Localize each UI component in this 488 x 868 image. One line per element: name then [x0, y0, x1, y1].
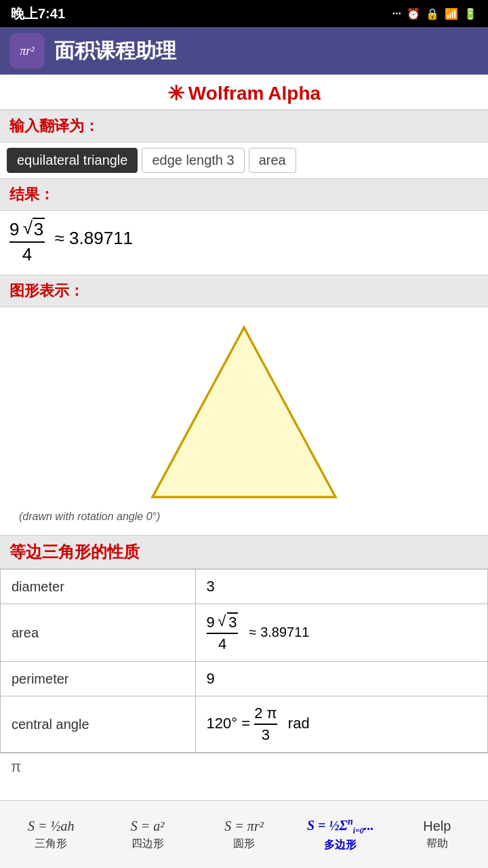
nav-formula-quad: S = a²: [99, 818, 195, 834]
ca-numerator: 2 π: [254, 705, 277, 725]
alpha-text: Alpha: [268, 83, 321, 104]
nav-triangle[interactable]: S = ½ah 三角形: [3, 818, 99, 851]
nav-polygon[interactable]: S = ½Σni=0... 多边形: [292, 816, 388, 853]
status-time: 晚上7:41: [11, 5, 65, 23]
app-header: πr² 面积课程助理: [0, 27, 488, 75]
result-area: 9 3 4 ≈ 3.89711: [0, 211, 488, 275]
wolfram-star-icon: ✳: [167, 81, 184, 105]
table-row: perimeter 9: [1, 662, 488, 696]
ca-rad: rad: [288, 715, 310, 732]
bottom-nav: S = ½ah 三角形 S = a² 四边形 S = πr² 圆形 S = ½Σ…: [0, 800, 488, 868]
nav-help[interactable]: Help 帮助: [389, 818, 485, 851]
sqrt-symbol: 3: [23, 218, 45, 240]
nav-label-triangle: 三角形: [3, 837, 99, 851]
prop-name-perimeter: perimeter: [1, 662, 196, 696]
app-icon: πr²: [9, 33, 45, 68]
result-fraction: 9 3 4: [9, 218, 45, 265]
nav-label-polygon: 多边形: [292, 838, 388, 852]
table-row: diameter 3: [1, 570, 488, 604]
tag-equilateral: equilateral triangle: [7, 148, 138, 173]
nav-formula-circle: S = πr²: [196, 818, 292, 834]
notification-icon: ···: [392, 7, 401, 20]
triangle-polygon: [152, 328, 336, 497]
result-numerator: 9 3: [9, 218, 45, 243]
result-approx: ≈ 3.89711: [55, 228, 133, 248]
prop-val-central-angle: 120° = 2 π 3 rad: [195, 696, 487, 753]
area-denominator: 4: [207, 634, 239, 653]
prop-name-central-angle: central angle: [1, 696, 196, 753]
input-translate-area: equilateral triangle edge length 3 area: [0, 142, 488, 178]
tag-area: area: [249, 148, 296, 173]
result-label: 结果：: [0, 178, 488, 211]
figure-label: 图形表示：: [0, 275, 488, 307]
pi-symbol: π: [11, 758, 21, 776]
translate-tags: equilateral triangle edge length 3 area: [7, 148, 481, 173]
nav-formula-polygon: S = ½Σni=0...: [292, 816, 388, 836]
signal-icon: 📶: [445, 7, 458, 20]
status-bar: 晚上7:41 ··· ⏰ 🔒 📶 🔋: [0, 0, 488, 27]
table-row: central angle 120° = 2 π 3 rad: [1, 696, 488, 753]
more-row-hint: π: [0, 753, 488, 780]
status-icons: ··· ⏰ 🔒 📶 🔋: [392, 7, 477, 20]
area-numerator: 9 3: [207, 612, 239, 634]
nav-help-text: Help: [389, 818, 485, 834]
battery-icon: 🔋: [464, 7, 477, 20]
nav-quadrilateral[interactable]: S = a² 四边形: [99, 818, 195, 851]
wolfram-text: Wolfram: [188, 83, 264, 104]
properties-table: diameter 3 area 9 3 4 ≈ 3.89711 perimete…: [0, 569, 488, 753]
triangle-svg: [139, 321, 349, 504]
ca-denominator: 3: [254, 725, 277, 744]
nav-formula-triangle: S = ½ah: [3, 818, 99, 834]
triangle-container: [9, 314, 479, 511]
prop-val-area: 9 3 4 ≈ 3.89711: [195, 604, 487, 662]
properties-label: 等边三角形的性质: [0, 535, 488, 569]
nav-label-help: 帮助: [389, 837, 485, 851]
table-row: area 9 3 4 ≈ 3.89711: [1, 604, 488, 662]
prop-name-area: area: [1, 604, 196, 662]
tag-edge-length: edge length 3: [142, 148, 244, 173]
prop-name-diameter: diameter: [1, 570, 196, 604]
prop-val-diameter: 3: [195, 570, 487, 604]
figure-area: (drawn with rotation angle 0°): [0, 307, 488, 535]
wolfram-logo: ✳ WolframAlpha: [0, 81, 488, 105]
wolfram-banner: ✳ WolframAlpha: [0, 75, 488, 110]
lock-icon: 🔒: [426, 7, 439, 20]
prop-val-perimeter: 9: [195, 662, 487, 696]
nav-label-quad: 四边形: [99, 837, 195, 851]
result-denominator: 4: [9, 243, 45, 265]
central-angle-deg: 120° =: [207, 715, 255, 732]
area-fraction: 9 3 4: [207, 612, 239, 653]
nav-circle[interactable]: S = πr² 圆形: [196, 818, 292, 851]
app-title: 面积课程助理: [54, 37, 176, 65]
central-angle-fraction: 2 π 3: [254, 705, 277, 744]
area-approx: ≈ 3.89711: [249, 625, 310, 639]
nav-label-circle: 圆形: [196, 837, 292, 851]
rotation-note: (drawn with rotation angle 0°): [9, 511, 479, 528]
clock-icon: ⏰: [407, 7, 420, 20]
input-translation-label: 输入翻译为：: [0, 110, 488, 142]
